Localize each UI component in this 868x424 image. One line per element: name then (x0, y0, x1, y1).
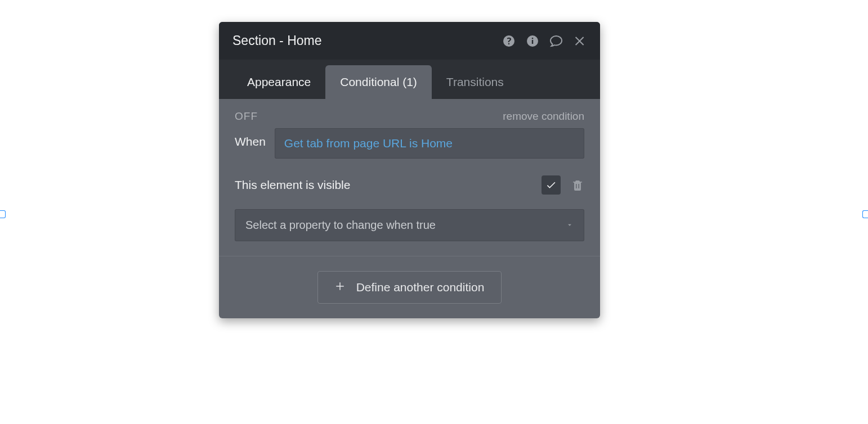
comment-icon[interactable] (549, 34, 563, 48)
visible-checkbox[interactable] (542, 175, 561, 195)
tab-bar: Appearance Conditional (1) Transitions (219, 60, 600, 99)
selection-handle-right[interactable] (862, 210, 868, 218)
when-row: When Get tab from page URL is Home (235, 128, 584, 159)
define-another-condition-label: Define another condition (356, 281, 485, 294)
tab-conditional[interactable]: Conditional (1) (325, 65, 432, 99)
visible-row: This element is visible (235, 175, 584, 195)
remove-condition-link[interactable]: remove condition (503, 110, 584, 123)
check-icon (545, 179, 557, 191)
when-label: When (235, 128, 266, 159)
property-select-placeholder: Select a property to change when true (245, 219, 436, 232)
chevron-down-icon (566, 219, 574, 232)
panel-title: Section - Home (232, 33, 322, 48)
property-panel: Section - Home Appearance Conditional (1… (219, 22, 600, 318)
visible-label: This element is visible (235, 178, 350, 192)
panel-footer: Define another condition (219, 256, 600, 318)
panel-body: OFF remove condition When Get tab from p… (219, 99, 600, 256)
condition-toggle-label[interactable]: OFF (235, 110, 258, 123)
plus-icon (335, 281, 345, 294)
define-another-condition-button[interactable]: Define another condition (317, 271, 502, 304)
condition-expression-input[interactable]: Get tab from page URL is Home (275, 128, 584, 159)
selection-handle-left[interactable] (0, 210, 6, 218)
panel-header: Section - Home (219, 22, 600, 60)
tab-transitions[interactable]: Transitions (432, 65, 518, 99)
close-icon[interactable] (573, 34, 587, 48)
condition-top-row: OFF remove condition (235, 110, 584, 123)
property-select[interactable]: Select a property to change when true (235, 209, 584, 241)
visible-actions (542, 175, 584, 195)
info-icon[interactable] (526, 34, 539, 48)
tab-appearance[interactable]: Appearance (232, 65, 325, 99)
trash-icon[interactable] (571, 178, 584, 192)
header-actions (502, 34, 587, 48)
help-icon[interactable] (502, 34, 516, 48)
